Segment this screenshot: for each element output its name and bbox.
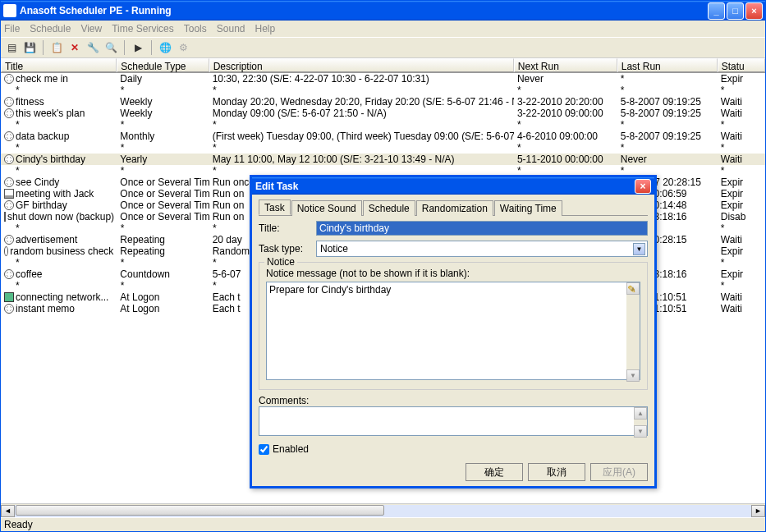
comments-label: Comments: — [259, 395, 648, 406]
col-last[interactable]: Last Run — [617, 58, 718, 72]
menu-file[interactable]: File — [4, 23, 20, 34]
tool-globe-icon[interactable]: 🌐 — [158, 40, 172, 55]
col-status[interactable]: Statu — [718, 58, 765, 72]
statusbar: Ready — [1, 517, 765, 531]
scroll-left-icon[interactable]: ◄ — [1, 505, 15, 517]
menu-sound[interactable]: Sound — [217, 23, 245, 34]
notice-hint: Notice message (not to be shown if it is… — [266, 268, 640, 279]
task-icon — [4, 154, 14, 164]
tool-settings-icon[interactable]: ⚙ — [176, 40, 190, 55]
table-row[interactable]: check me inDaily10:30, 22:30 (S/E: 4-22-… — [1, 73, 765, 85]
table-row[interactable]: ****** — [1, 142, 765, 154]
tool-properties-icon[interactable]: 🔧 — [85, 40, 100, 55]
apply-button[interactable]: 应用(A) — [590, 463, 648, 481]
menubar: File Schedule View Time Services Tools S… — [1, 21, 765, 37]
task-icon — [4, 108, 14, 118]
notice-message-input[interactable] — [266, 282, 640, 380]
menu-time-services[interactable]: Time Services — [112, 23, 174, 34]
task-icon — [4, 212, 6, 222]
task-type-select[interactable]: Notice ▼ — [316, 241, 648, 257]
dialog-buttons: 确定 取消 应用(A) — [252, 458, 654, 486]
window-title: Anasoft Scheduler PE - Running — [20, 5, 708, 16]
scroll-right-icon[interactable]: ► — [751, 505, 765, 517]
task-icon — [4, 292, 14, 302]
task-icon — [4, 97, 14, 107]
scroll-down-icon[interactable]: ▼ — [626, 369, 640, 382]
titlebar[interactable]: Anasoft Scheduler PE - Running _ □ × — [1, 1, 765, 21]
tool-run-icon[interactable]: ▶ — [131, 40, 145, 55]
task-icon — [4, 189, 14, 199]
edit-task-dialog: Edit Task × Task Notice Sound Schedule R… — [250, 175, 657, 488]
task-icon — [4, 304, 14, 314]
toolbar: ▤ 💾 📋 ✕ 🔧 🔍 ▶ 🌐 ⚙ — [1, 37, 765, 58]
dialog-tabstrip: Task Notice Sound Schedule Randomization… — [259, 200, 648, 216]
scroll-track[interactable] — [15, 505, 751, 517]
ok-button[interactable]: 确定 — [466, 463, 523, 481]
table-row[interactable]: this week's planWeeklyMonday 09:00 (S/E:… — [1, 108, 765, 119]
task-icon — [4, 269, 14, 279]
scroll-down-icon[interactable]: ▼ — [634, 425, 647, 438]
table-row[interactable]: fitnessWeeklyMonday 20:20, Wednesday 20:… — [1, 96, 765, 108]
task-icon — [4, 246, 8, 256]
tab-notice-sound[interactable]: Notice Sound — [291, 200, 362, 216]
comments-input[interactable] — [259, 406, 648, 436]
tool-copy-icon[interactable]: 📋 — [49, 40, 64, 55]
menu-help[interactable]: Help — [255, 23, 275, 34]
app-icon — [3, 4, 16, 17]
notice-group: Notice Notice message (not to be shown i… — [259, 262, 648, 390]
scroll-up-icon[interactable]: ▲ — [634, 407, 647, 420]
tab-randomization[interactable]: Randomization — [416, 200, 493, 216]
task-type-value: Notice — [320, 243, 348, 255]
tool-delete-icon[interactable]: ✕ — [67, 40, 82, 55]
maximize-button[interactable]: □ — [727, 2, 744, 20]
task-icon — [4, 235, 14, 245]
type-label: Task type: — [259, 243, 311, 255]
tab-waiting-time[interactable]: Waiting Time — [494, 200, 562, 216]
close-button[interactable]: × — [745, 2, 763, 20]
scroll-thumb[interactable] — [16, 505, 384, 516]
task-icon — [4, 131, 14, 141]
hscrollbar[interactable]: ◄ ► — [1, 503, 765, 517]
tool-new-icon[interactable]: ▤ — [4, 40, 19, 55]
enabled-label: Enabled — [273, 443, 309, 455]
table-row[interactable]: data backupMonthly(First week) Tuesday 0… — [1, 131, 765, 142]
textarea-vscroll[interactable]: ▲ ▼ — [626, 282, 640, 382]
title-label: Title: — [259, 222, 311, 234]
dialog-close-button[interactable]: × — [635, 179, 651, 194]
minimize-button[interactable]: _ — [708, 2, 725, 20]
dropdown-icon[interactable]: ▼ — [633, 243, 645, 255]
task-icon — [4, 74, 14, 84]
table-row[interactable]: Cindy's birthdayYearlyMay 11 10:00, May … — [1, 154, 765, 165]
menu-schedule[interactable]: Schedule — [30, 23, 71, 34]
col-title[interactable]: Title — [1, 58, 117, 72]
menu-tools[interactable]: Tools — [184, 23, 207, 34]
tab-task[interactable]: Task — [259, 200, 291, 215]
dialog-titlebar[interactable]: Edit Task × — [252, 177, 654, 195]
table-row[interactable]: ****** — [1, 85, 765, 96]
col-next[interactable]: Next Run — [514, 58, 617, 72]
dialog-title: Edit Task — [255, 181, 298, 192]
table-row[interactable]: ****** — [1, 119, 765, 131]
comments-vscroll[interactable]: ▲ ▼ — [634, 407, 647, 438]
enabled-checkbox[interactable] — [259, 444, 269, 455]
tab-schedule[interactable]: Schedule — [363, 200, 415, 216]
menu-view[interactable]: View — [80, 23, 102, 34]
title-input[interactable]: Cindy's birthday — [316, 221, 648, 236]
cancel-button[interactable]: 取消 — [528, 463, 585, 481]
tool-save-icon[interactable]: 💾 — [22, 40, 37, 55]
task-icon — [4, 200, 14, 210]
notice-legend: Notice — [264, 256, 297, 268]
col-desc[interactable]: Description — [209, 58, 514, 72]
col-type[interactable]: Schedule Type — [117, 58, 209, 72]
edit-pencil-icon[interactable]: ✎ — [627, 283, 639, 295]
grid-header: Title Schedule Type Description Next Run… — [1, 58, 765, 73]
tool-find-icon[interactable]: 🔍 — [103, 40, 118, 55]
task-icon — [4, 177, 14, 187]
